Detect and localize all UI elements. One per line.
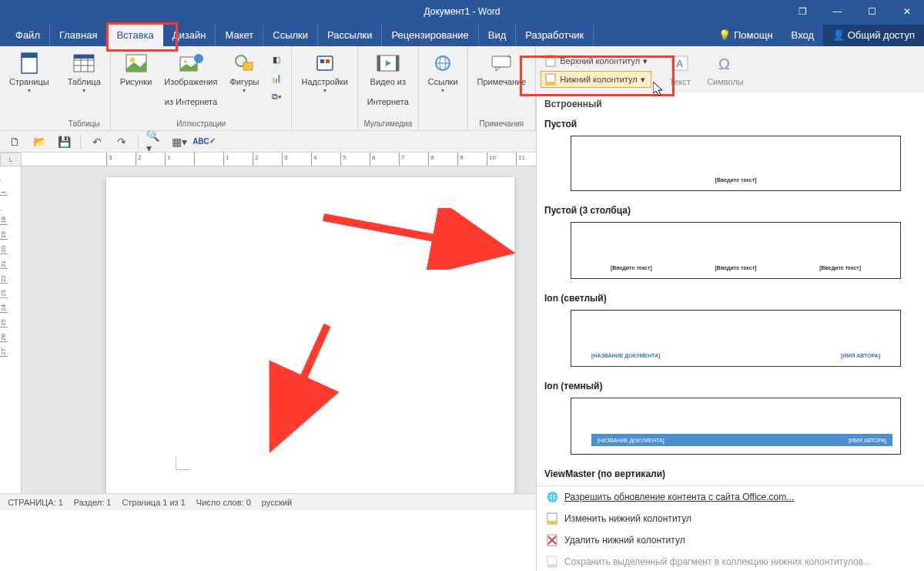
table-button[interactable]: Таблица▾ <box>63 49 105 96</box>
minimize-button[interactable]: — <box>820 0 855 23</box>
gallery-title-empty3: Пустой (3 столбца) <box>537 199 924 219</box>
status-words[interactable]: Число слов: 0 <box>196 498 251 507</box>
gallery-edit-footer[interactable]: Изменить нижний колонтитул <box>537 508 924 529</box>
tab-review[interactable]: Рецензирование <box>382 25 478 46</box>
group-label-tables: Таблицы <box>63 117 105 130</box>
svg-text:Ω: Ω <box>718 55 730 72</box>
svg-point-12 <box>194 54 203 63</box>
gallery-item-empty[interactable]: [Введите текст] <box>571 136 901 191</box>
svg-point-9 <box>130 58 135 62</box>
screenshot-icon: ⧉▾ <box>270 90 283 102</box>
save-button[interactable]: 💾 <box>55 133 72 150</box>
group-label <box>5 117 54 130</box>
group-label-media: Мультимедиа <box>363 117 413 130</box>
footer-gallery-panel: Встроенный Пустой [Введите текст] Пустой… <box>536 92 924 571</box>
links-icon <box>430 51 455 76</box>
ruler-corner: L <box>0 153 22 166</box>
vertical-ruler[interactable]: 118192021222324252627 <box>0 166 22 494</box>
gallery-save-selection: Сохранить выделенный фрагмент в коллекци… <box>537 551 924 571</box>
group-label-links <box>424 117 463 130</box>
table-quick-button[interactable]: ▦▾ <box>171 133 188 150</box>
gallery-office-update[interactable]: 🌐 Разрешить обновление контента с сайта … <box>537 486 924 508</box>
gallery-item-empty3[interactable]: [Введите текст] [Введите текст] [Введите… <box>571 222 901 279</box>
ribbon-display-options-button[interactable]: ❐ <box>785 0 820 23</box>
svg-rect-19 <box>377 55 380 71</box>
chart-button[interactable]: 📊 <box>266 69 286 86</box>
svg-rect-31 <box>546 82 555 85</box>
tab-file[interactable]: Файл <box>6 25 50 46</box>
gallery-builtin-header: Встроенный <box>537 92 924 113</box>
gallery-remove-footer[interactable]: Удалить нижний колонтитул <box>537 529 924 551</box>
header-button[interactable]: Верхний колонтитул ▾ <box>541 52 651 69</box>
tab-mailings[interactable]: Рассылки <box>318 25 382 46</box>
group-label-comments: Примечания <box>473 117 531 130</box>
gallery-item-ion-dark[interactable]: [НАЗВАНИЕ ДОКУМЕНТА] [ИМЯ АВТОРА] <box>571 398 901 455</box>
page[interactable] <box>106 177 514 494</box>
addins-button[interactable]: Надстройки▾ <box>296 49 352 96</box>
pages-button[interactable]: Страницы▾ <box>5 49 54 96</box>
pictures-button[interactable]: Рисунки <box>116 49 157 89</box>
tab-layout[interactable]: Макет <box>216 25 263 46</box>
sign-in[interactable]: Вход <box>782 25 823 46</box>
redo-button[interactable]: ↷ <box>113 133 130 150</box>
share-button[interactable]: 👤 Общий доступ <box>823 25 924 46</box>
tell-me[interactable]: 💡 Помощн <box>709 25 782 46</box>
tab-references[interactable]: Ссылки <box>263 25 318 46</box>
svg-text:+: + <box>507 54 511 61</box>
undo-button[interactable]: ↶ <box>89 133 105 150</box>
online-video-button[interactable]: Видео изИнтернета <box>363 49 413 109</box>
svg-marker-26 <box>496 67 500 71</box>
online-pictures-icon <box>179 51 203 76</box>
smartart-button[interactable]: ◧ <box>266 51 286 68</box>
comment-icon: + <box>489 51 514 76</box>
symbols-icon: Ω <box>713 51 738 76</box>
gallery-title-ion-light: Ion (светлый) <box>537 287 924 307</box>
svg-rect-14 <box>243 62 253 70</box>
maximize-button[interactable]: ☐ <box>855 0 889 23</box>
print-preview-button[interactable]: 🔍▾ <box>146 133 163 150</box>
svg-rect-1 <box>22 53 37 58</box>
status-section[interactable]: Раздел: 1 <box>74 498 112 507</box>
edit-footer-icon <box>546 512 558 525</box>
smartart-icon: ◧ <box>270 53 283 65</box>
tab-design[interactable]: Дизайн <box>163 25 216 46</box>
text-icon: A <box>668 51 692 76</box>
tab-view[interactable]: Вид <box>479 25 517 46</box>
status-page-of[interactable]: Страница 1 из 1 <box>122 498 185 507</box>
status-page[interactable]: СТРАНИЦА: 1 <box>8 498 63 507</box>
open-button[interactable]: 📂 <box>31 133 48 150</box>
chart-icon: 📊 <box>270 72 283 84</box>
svg-rect-17 <box>326 59 330 63</box>
links-button[interactable]: Ссылки▾ <box>424 49 463 96</box>
comment-button[interactable]: + Примечание <box>473 49 531 89</box>
svg-text:A: A <box>676 58 684 69</box>
gallery-title-empty: Пустой <box>537 113 924 133</box>
header-icon <box>544 55 557 67</box>
svg-rect-7 <box>74 55 94 59</box>
svg-rect-36 <box>547 521 557 524</box>
text-button[interactable]: A Текст <box>661 49 699 89</box>
tab-insert[interactable]: Вставка <box>107 25 162 46</box>
group-label-addins <box>296 117 352 130</box>
footer-button[interactable]: Нижний колонтитул ▾ <box>541 71 651 88</box>
gallery-item-ion-light[interactable]: [НАЗВАНИЕ ДОКУМЕНТА] [ИМЯ АВТОРА] <box>571 310 901 367</box>
title-bar: Документ1 - Word ❐ — ☐ ✕ <box>0 0 924 23</box>
symbols-button[interactable]: Ω Символы <box>702 49 748 89</box>
svg-point-11 <box>184 60 187 63</box>
spell-check-button[interactable]: ABC✓ <box>196 133 213 150</box>
page-icon <box>17 51 42 76</box>
tab-developer[interactable]: Разработчик <box>516 25 594 46</box>
new-doc-button[interactable]: 🗋 <box>6 133 23 150</box>
close-button[interactable]: ✕ <box>889 0 924 23</box>
tab-home[interactable]: Главная <box>50 25 107 46</box>
svg-rect-29 <box>546 55 555 59</box>
ribbon-tabs: Файл Главная Вставка Дизайн Макет Ссылки… <box>0 23 924 46</box>
video-icon <box>376 51 400 76</box>
screenshot-button[interactable]: ⧉▾ <box>266 88 286 105</box>
save-selection-icon <box>546 556 558 568</box>
svg-rect-20 <box>396 55 399 71</box>
shapes-button[interactable]: Фигуры▾ <box>225 49 263 96</box>
status-language[interactable]: русский <box>262 498 292 507</box>
online-pictures-button[interactable]: Изображенияиз Интернета <box>159 49 222 109</box>
window-title: Документ1 - Word <box>424 6 500 17</box>
